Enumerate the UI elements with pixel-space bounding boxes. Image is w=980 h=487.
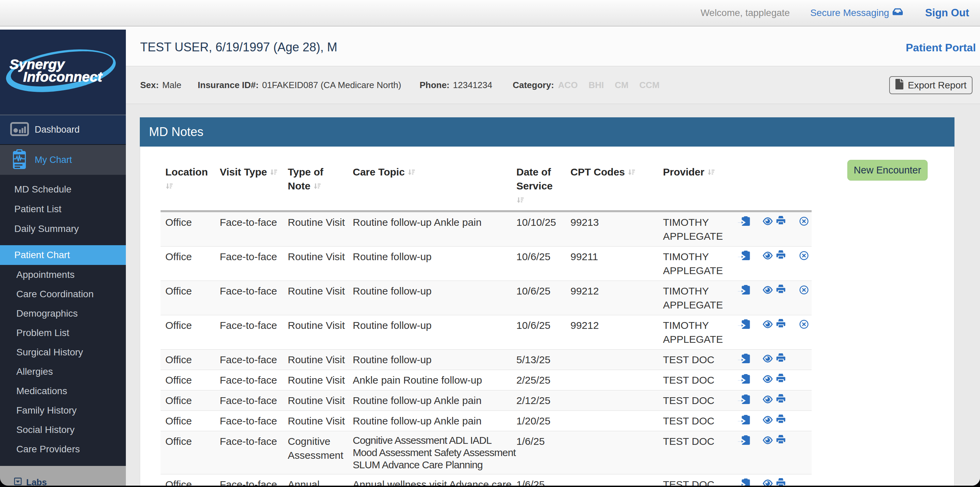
clipboard-arrow-icon[interactable] bbox=[737, 414, 750, 428]
print-icon[interactable] bbox=[776, 353, 786, 367]
sidebar-item-patient-list[interactable]: Patient List bbox=[0, 199, 126, 219]
table-row: OfficeFace-to-faceRoutine VisitRoutine f… bbox=[161, 411, 811, 431]
sort-icon bbox=[270, 169, 278, 177]
clipboard-arrow-icon[interactable] bbox=[737, 477, 750, 485]
circle-x-icon[interactable] bbox=[799, 318, 808, 332]
logo[interactable]: SynergyInfoconnect bbox=[0, 30, 126, 115]
eye-icon[interactable] bbox=[763, 393, 773, 407]
sidebar-item-allergies[interactable]: Allergies bbox=[0, 362, 126, 381]
print-icon[interactable] bbox=[776, 477, 786, 485]
cell-date-of-service: 1/20/25 bbox=[512, 411, 566, 431]
category-label: Category: bbox=[512, 80, 554, 91]
clipboard-arrow-icon[interactable] bbox=[737, 318, 750, 332]
eye-icon[interactable] bbox=[763, 353, 773, 367]
eye-icon[interactable] bbox=[763, 414, 773, 428]
cell-visit-type: Face-to-face bbox=[215, 431, 283, 474]
clipboard-arrow-icon[interactable] bbox=[737, 250, 750, 264]
cell-visit-type: Face-to-face bbox=[215, 390, 283, 411]
column-header-cpt-codes[interactable]: CPT Codes bbox=[566, 146, 658, 211]
patient-portal-link[interactable]: Patient Portal bbox=[906, 41, 976, 54]
eye-icon[interactable] bbox=[763, 477, 773, 485]
cell-care-topic: Routine follow-up Ankle pain bbox=[351, 411, 512, 431]
clipboard-arrow-icon[interactable] bbox=[737, 373, 750, 387]
sidebar-item-dashboard[interactable]: Dashboard bbox=[0, 115, 126, 144]
column-header-provider[interactable]: Provider bbox=[658, 146, 730, 211]
cell-cpt-codes: 99211 bbox=[566, 247, 658, 281]
care-topic-line: Mood Assessment Safety Assessment bbox=[353, 447, 516, 458]
sidebar-item-social-history[interactable]: Social History bbox=[0, 420, 126, 439]
print-icon[interactable] bbox=[776, 284, 786, 298]
circle-x-icon[interactable] bbox=[799, 250, 808, 264]
print-icon[interactable] bbox=[776, 250, 786, 264]
content-area: MD Notes New Encounter Location Visit Ty… bbox=[126, 104, 980, 485]
sidebar-item-demographics[interactable]: Demographics bbox=[0, 304, 126, 323]
cell-type-of-note: Routine Visit bbox=[283, 390, 351, 411]
cell-cpt-codes: 99212 bbox=[566, 315, 658, 350]
clipboard-arrow-icon[interactable] bbox=[737, 393, 750, 407]
print-icon[interactable] bbox=[776, 215, 786, 229]
sidebar-item-appointments[interactable]: Appointments bbox=[0, 265, 126, 284]
print-icon[interactable] bbox=[776, 318, 786, 332]
print-icon[interactable] bbox=[776, 414, 786, 428]
sidebar-item-family-history[interactable]: Family History bbox=[0, 401, 126, 420]
eye-icon[interactable] bbox=[763, 434, 773, 448]
eye-icon[interactable] bbox=[763, 215, 773, 229]
cell-date-of-service: 2/12/25 bbox=[512, 390, 566, 411]
panel-body: New Encounter Location Visit Type Type o… bbox=[140, 146, 955, 485]
clipboard-arrow-icon[interactable] bbox=[737, 434, 750, 448]
sign-out-link[interactable]: Sign Out bbox=[925, 7, 969, 19]
eye-icon[interactable] bbox=[763, 318, 773, 332]
cell-cpt-codes bbox=[566, 370, 658, 390]
sidebar-item-daily-summary[interactable]: Daily Summary bbox=[0, 219, 126, 239]
column-header-date-of-service[interactable]: Date of Service bbox=[512, 146, 566, 211]
sidebar-item-md-schedule[interactable]: MD Schedule bbox=[0, 180, 126, 199]
table-row: OfficeFace-to-faceRoutine VisitAnkle pai… bbox=[161, 370, 811, 390]
cell-provider: TIMOTHY APPLEGATE bbox=[658, 247, 730, 281]
clipboard-arrow-icon[interactable] bbox=[737, 215, 750, 229]
sidebar-item-my-chart[interactable]: My Chart bbox=[0, 144, 126, 175]
category-values: ACOBHICMCCM bbox=[554, 80, 660, 91]
circle-x-icon[interactable] bbox=[799, 215, 808, 229]
sidebar-item-label: Dashboard bbox=[35, 124, 80, 135]
new-encounter-button[interactable]: New Encounter bbox=[847, 160, 928, 181]
column-header-care-topic[interactable]: Care Topic bbox=[351, 146, 512, 211]
print-icon[interactable] bbox=[776, 373, 786, 387]
care-topic-line: Routine follow-up Ankle pain bbox=[353, 216, 482, 228]
sidebar-item-care-providers[interactable]: Care Providers bbox=[0, 439, 126, 459]
export-report-button[interactable]: Export Report bbox=[889, 76, 972, 94]
clipboard-arrow-icon[interactable] bbox=[737, 353, 750, 367]
my-chart-icon bbox=[0, 149, 26, 171]
category-aco: ACO bbox=[558, 80, 578, 90]
clipboard-arrow-icon[interactable] bbox=[737, 284, 750, 298]
cell-location: Office bbox=[161, 390, 215, 411]
cell-provider: TEST DOC bbox=[658, 411, 730, 431]
sidebar-item-care-coordination[interactable]: Care Coordination bbox=[0, 284, 126, 304]
column-header-visit-type[interactable]: Visit Type bbox=[215, 146, 283, 211]
cell-type-of-note: Cognitive Assessment bbox=[283, 431, 351, 474]
category-bhi: BHI bbox=[589, 80, 604, 90]
sidebar-item-problem-list[interactable]: Problem List bbox=[0, 323, 126, 342]
print-icon[interactable] bbox=[776, 393, 786, 407]
sidebar-item-medications[interactable]: Medications bbox=[0, 381, 126, 401]
cell-provider: TIMOTHY APPLEGATE bbox=[658, 211, 730, 247]
sidebar-item-surgical-history[interactable]: Surgical History bbox=[0, 342, 126, 362]
cell-actions bbox=[730, 247, 811, 281]
sidebar-item-patient-chart-active[interactable]: Patient Chart bbox=[0, 245, 126, 265]
caret-square-down-icon bbox=[14, 477, 26, 485]
md-notes-table: Location Visit Type Type of Note Care To… bbox=[161, 146, 811, 485]
eye-icon[interactable] bbox=[763, 284, 773, 298]
cell-cpt-codes bbox=[566, 411, 658, 431]
secure-messaging-link[interactable]: Secure Messaging bbox=[810, 7, 903, 19]
cell-type-of-note: Annual bbox=[283, 474, 351, 486]
column-header-type-of-note[interactable]: Type of Note bbox=[283, 146, 351, 211]
eye-icon[interactable] bbox=[763, 373, 773, 387]
sidebar-item-labs[interactable]: Labs bbox=[0, 466, 126, 485]
cell-cpt-codes bbox=[566, 390, 658, 411]
column-header-location[interactable]: Location bbox=[161, 146, 215, 211]
circle-x-icon[interactable] bbox=[799, 284, 808, 298]
print-icon[interactable] bbox=[776, 434, 786, 448]
cell-actions bbox=[730, 315, 811, 350]
eye-icon[interactable] bbox=[763, 250, 773, 264]
panel-title: MD Notes bbox=[149, 125, 204, 139]
cell-care-topic: Routine follow-up bbox=[351, 247, 512, 281]
